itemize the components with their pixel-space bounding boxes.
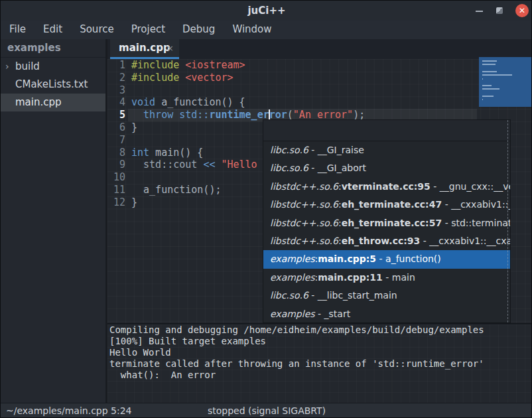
frame-location: vterminate.cc:95 bbox=[342, 181, 431, 192]
line-number: 2 bbox=[107, 72, 125, 84]
code-text: } bbox=[131, 196, 137, 209]
backtrace-item-9[interactable]: examples - _start bbox=[263, 305, 510, 323]
terminal-output[interactable]: Compiling and debugging /home/eidheim/ex… bbox=[107, 324, 532, 403]
minimap-line bbox=[482, 96, 494, 97]
backtrace-list: libc.so.6 - __GI_raiselibc.so.6 - __GI_a… bbox=[263, 141, 510, 323]
frame-function: __gnu_cxx::__verbos bbox=[440, 181, 510, 192]
line-number: 10 bbox=[107, 171, 125, 184]
code-text: int main() { bbox=[131, 147, 203, 159]
frame-function: __GI_abort bbox=[318, 163, 366, 173]
terminal-line: [100%] Built target examples bbox=[107, 336, 532, 347]
frame-library: libc.so.6 bbox=[270, 163, 308, 173]
menu-item-project[interactable]: Project bbox=[123, 21, 174, 39]
line-number: 5 bbox=[107, 109, 125, 121]
line-number: 12 bbox=[107, 196, 125, 209]
file-tree: ›buildCMakeLists.txtmain.cpp bbox=[1, 58, 105, 111]
frame-library: libstdc++.so.6 bbox=[270, 199, 338, 210]
frame-library: libstdc++.so.6 bbox=[270, 218, 338, 228]
title-bar[interactable]: juCi++ ✕ bbox=[1, 1, 532, 21]
file-tree-sidebar: examples ›buildCMakeLists.txtmain.cpp bbox=[1, 39, 105, 403]
frame-library: examples bbox=[270, 253, 315, 264]
close-button[interactable]: ✕ bbox=[515, 4, 529, 17]
minimap-line bbox=[482, 71, 497, 72]
code-line-3: 3 bbox=[107, 84, 532, 97]
backtrace-item-8[interactable]: libc.so.6 - __libc_start_main bbox=[263, 287, 510, 305]
minimap-line bbox=[482, 74, 512, 76]
tab-label: main.cpp bbox=[119, 39, 170, 57]
terminal-line: Hello World bbox=[107, 347, 532, 358]
line-number: 3 bbox=[107, 84, 125, 97]
popup-search-input[interactable] bbox=[263, 120, 510, 141]
menu-bar: FileEditSourceProjectDebugWindow bbox=[1, 21, 532, 39]
menu-item-source[interactable]: Source bbox=[71, 21, 123, 39]
frame-location: eh_terminate.cc:47 bbox=[342, 199, 442, 210]
backtrace-item-6[interactable]: examples:main.cpp:5 - a_function() bbox=[263, 250, 510, 268]
menu-item-edit[interactable]: Edit bbox=[34, 21, 71, 39]
backtrace-item-2[interactable]: libstdc++.so.6:vterminate.cc:95 - __gnu_… bbox=[263, 178, 510, 196]
frame-function: a_function() bbox=[385, 253, 441, 264]
tab-close-icon[interactable]: × bbox=[166, 39, 174, 57]
menu-item-window[interactable]: Window bbox=[224, 21, 280, 39]
minimap-overview[interactable] bbox=[479, 57, 531, 107]
status-bar: ~/examples/main.cpp 5:24 stopped (signal… bbox=[1, 403, 532, 418]
backtrace-item-0[interactable]: libc.so.6 - __GI_raise bbox=[263, 141, 510, 159]
status-debug-state: stopped (signal SIGABRT) bbox=[1, 403, 532, 418]
frame-function: __cxxabiv1::__tern bbox=[451, 199, 510, 210]
frame-library: examples bbox=[270, 309, 315, 319]
terminal-line: Compiling and debugging /home/eidheim/ex… bbox=[107, 324, 532, 336]
line-number: 7 bbox=[107, 134, 125, 147]
backtrace-popup: libc.so.6 - __GI_raiselibc.so.6 - __GI_a… bbox=[263, 119, 511, 323]
frame-location: main.cpp:5 bbox=[318, 253, 376, 264]
code-text: } bbox=[131, 121, 137, 134]
tree-item-label: main.cpp bbox=[15, 94, 62, 111]
terminal-line: terminate called after throwing an insta… bbox=[107, 358, 532, 370]
backtrace-item-7[interactable]: examples:main.cpp:11 - main bbox=[263, 269, 510, 287]
frame-library: libstdc++.so.6 bbox=[270, 181, 338, 192]
frame-library: libstdc++.so.6 bbox=[270, 236, 338, 246]
frame-function: _start bbox=[324, 309, 351, 319]
chevron-right-icon[interactable]: › bbox=[5, 58, 9, 76]
minimize-icon bbox=[476, 11, 483, 12]
tree-item-main-cpp[interactable]: main.cpp bbox=[1, 94, 105, 111]
frame-function: __cxxabiv1::__cxa_thro bbox=[429, 236, 510, 246]
line-number: 11 bbox=[107, 184, 125, 196]
right-margin-line bbox=[507, 120, 508, 322]
close-icon: ✕ bbox=[515, 4, 529, 17]
code-line-2: 2#include <vector> bbox=[107, 72, 532, 84]
menu-item-debug[interactable]: Debug bbox=[174, 21, 224, 39]
maximize-button[interactable] bbox=[493, 4, 506, 17]
tree-item-cmakelists-txt[interactable]: CMakeLists.txt bbox=[1, 76, 105, 94]
frame-location: eh_terminate.cc:57 bbox=[342, 218, 442, 228]
backtrace-item-5[interactable]: libstdc++.so.6:eh_throw.cc:93 - __cxxabi… bbox=[263, 232, 510, 250]
minimap-line bbox=[482, 60, 497, 62]
line-number: 8 bbox=[107, 147, 125, 159]
frame-library: examples bbox=[270, 272, 315, 283]
frame-location: eh_throw.cc:93 bbox=[342, 236, 421, 246]
backtrace-item-1[interactable]: libc.so.6 - __GI_abort bbox=[263, 159, 510, 177]
line-number: 4 bbox=[107, 96, 125, 109]
minimap-line bbox=[482, 88, 499, 90]
backtrace-item-3[interactable]: libstdc++.so.6:eh_terminate.cc:47 - __cx… bbox=[263, 196, 510, 214]
maximize-icon bbox=[496, 7, 503, 14]
code-text: std::cout << "Hello W bbox=[131, 159, 269, 171]
tab-main-cpp[interactable]: main.cpp × bbox=[110, 39, 179, 59]
code-line-4: 4void a_function() { bbox=[107, 96, 532, 109]
code-text: #include <iostream> bbox=[131, 59, 245, 72]
tree-item-build[interactable]: ›build bbox=[1, 58, 105, 76]
minimize-button[interactable] bbox=[473, 4, 486, 17]
minimap-line bbox=[482, 78, 483, 80]
menu-item-file[interactable]: File bbox=[1, 21, 34, 39]
frame-location: main.cpp:11 bbox=[318, 272, 383, 283]
terminal-line: what(): An error bbox=[107, 370, 532, 381]
line-number: 1 bbox=[107, 59, 125, 72]
minimap-line bbox=[482, 85, 492, 86]
frame-function: __GI_raise bbox=[318, 145, 364, 155]
tab-bar: main.cpp × bbox=[107, 39, 532, 59]
code-text: #include <vector> bbox=[131, 72, 233, 84]
line-number: 9 bbox=[107, 159, 125, 171]
minimap-line bbox=[482, 64, 496, 65]
backtrace-item-4[interactable]: libstdc++.so.6:eh_terminate.cc:57 - std:… bbox=[263, 214, 510, 232]
frame-function: std::terminate() bbox=[451, 218, 510, 228]
frame-function: main bbox=[392, 272, 415, 283]
project-header: examples bbox=[1, 39, 105, 58]
